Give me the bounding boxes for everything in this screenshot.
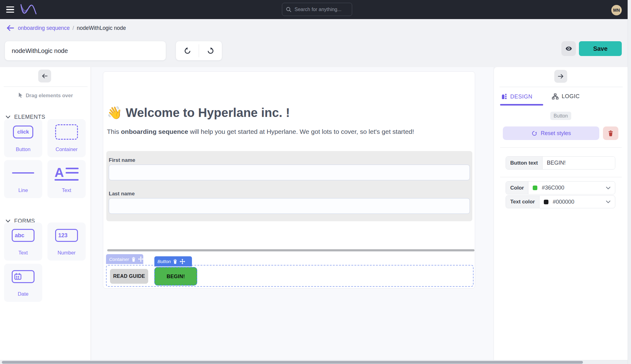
reset-styles-button[interactable]: Reset styles xyxy=(503,126,599,140)
vertical-scrollbar[interactable] xyxy=(628,0,631,364)
button-element-icon: click xyxy=(13,126,33,138)
text-color-swatch xyxy=(544,200,548,204)
sidebar-divider xyxy=(4,86,88,87)
palette-tile-date-input[interactable]: Date xyxy=(4,264,42,302)
text-color-field: Text color #000000 xyxy=(506,195,615,208)
arrow-left-icon xyxy=(42,73,48,79)
date-input-icon xyxy=(12,270,35,283)
move-container-icon[interactable] xyxy=(138,256,144,262)
eye-icon xyxy=(565,45,572,52)
welcome-heading[interactable]: 👋 Welcome to Hyperlane inc. ! xyxy=(107,106,290,120)
color-dropdown[interactable]: #36C000 xyxy=(528,182,615,194)
palette-tile-text[interactable]: A Text xyxy=(47,160,86,198)
active-tab-underline xyxy=(500,104,543,106)
breadcrumb-parent-link[interactable]: onboarding sequence xyxy=(18,25,70,31)
button-text-label: Button text xyxy=(506,157,543,169)
design-brush-icon xyxy=(501,93,507,100)
search-icon xyxy=(286,7,291,12)
breadcrumb-current: nodeWithLogic node xyxy=(77,25,126,31)
text-color-label: Text color xyxy=(506,196,539,208)
button-selection-tag: Button xyxy=(154,256,192,266)
collapse-sidebar-button[interactable] xyxy=(38,70,51,82)
app-root: MN onboarding sequence / nodeWithLogic n… xyxy=(0,0,631,364)
global-search xyxy=(282,3,352,16)
last-name-input[interactable] xyxy=(109,198,470,214)
elements-sidebar: Drag elements over ELEMENTS click Button… xyxy=(0,67,91,364)
top-bar: MN xyxy=(0,0,628,19)
back-arrow-icon[interactable] xyxy=(5,23,15,33)
selected-container-element[interactable]: READ GUIDE BEGIN! xyxy=(106,265,474,287)
svg-text:A: A xyxy=(55,165,64,180)
container-element-icon xyxy=(55,124,78,140)
trash-icon xyxy=(608,130,613,136)
wave-emoji: 👋 xyxy=(107,106,122,119)
text-element-icon: A xyxy=(55,165,79,181)
breadcrumb-separator: / xyxy=(72,25,74,31)
palette-tile-line[interactable]: Line xyxy=(4,160,42,198)
undo-button[interactable] xyxy=(176,41,199,60)
node-title-input[interactable] xyxy=(5,41,166,60)
first-name-label: First name xyxy=(109,157,135,163)
color-swatch xyxy=(533,186,537,190)
horizontal-scrollbar-thumb[interactable] xyxy=(2,361,583,364)
chevron-down-icon xyxy=(6,115,10,119)
save-button[interactable]: Save xyxy=(579,41,622,56)
delete-button-icon[interactable] xyxy=(173,259,177,264)
palette-tile-button[interactable]: click Button xyxy=(4,119,42,157)
app-logo-wave-icon[interactable] xyxy=(18,2,38,18)
button-text-field: Button text xyxy=(506,156,615,170)
redo-icon xyxy=(206,47,215,55)
preview-button[interactable] xyxy=(561,41,576,56)
logic-sitemap-icon xyxy=(552,94,559,100)
line-element[interactable] xyxy=(107,249,474,251)
begin-button-selected[interactable]: BEGIN! xyxy=(154,267,197,286)
undo-redo-group xyxy=(176,41,222,60)
horizontal-scrollbar xyxy=(0,360,628,364)
delete-container-icon[interactable] xyxy=(131,257,136,262)
text-color-dropdown[interactable]: #000000 xyxy=(539,196,615,208)
search-input[interactable] xyxy=(295,7,344,12)
palette-tile-text-input[interactable]: abc Text xyxy=(4,222,42,261)
palette-tile-number-input[interactable]: 123 Number xyxy=(47,222,86,261)
editor-toolbar: Save xyxy=(0,37,628,67)
undo-icon xyxy=(183,47,192,55)
delete-element-button[interactable] xyxy=(603,126,618,140)
first-name-input[interactable] xyxy=(109,165,470,180)
avatar[interactable]: MN xyxy=(611,5,622,15)
chevron-down-icon xyxy=(606,186,611,190)
cursor-icon xyxy=(18,92,23,98)
color-field: Color #36C000 xyxy=(506,181,615,194)
arrow-right-icon xyxy=(558,74,564,79)
inspector-divider xyxy=(500,177,622,177)
collapse-inspector-button[interactable] xyxy=(554,70,567,83)
move-button-icon[interactable] xyxy=(180,259,185,264)
inspector-divider xyxy=(499,87,623,87)
intro-paragraph[interactable]: This onboarding sequence will help you g… xyxy=(107,128,414,135)
button-text-input[interactable] xyxy=(543,157,615,169)
last-name-label: Last name xyxy=(109,191,135,197)
color-label: Color xyxy=(506,182,528,194)
chevron-down-icon xyxy=(606,200,611,203)
line-element-icon xyxy=(12,172,34,174)
palette-tile-container[interactable]: Container xyxy=(47,119,86,157)
selected-element-badge: Button xyxy=(550,112,571,120)
text-input-icon: abc xyxy=(12,229,35,242)
container-selection-tag: Container xyxy=(106,254,143,264)
canvas-area: 👋 Welcome to Hyperlane inc. ! This onboa… xyxy=(91,67,494,360)
name-form-container[interactable]: First name Last name xyxy=(106,151,472,221)
reset-icon xyxy=(531,130,538,137)
tab-logic[interactable]: LOGIC xyxy=(552,93,580,100)
inspector-panel: DESIGN LOGIC Button Reset styles Button … xyxy=(494,67,628,364)
hamburger-menu-icon[interactable] xyxy=(6,5,15,14)
read-guide-button[interactable]: READ GUIDE xyxy=(110,269,148,284)
node-canvas-card: 👋 Welcome to Hyperlane inc. ! This onboa… xyxy=(103,71,475,289)
redo-button[interactable] xyxy=(199,41,222,60)
number-input-icon: 123 xyxy=(55,229,78,242)
breadcrumb: onboarding sequence / nodeWithLogic node xyxy=(0,19,628,37)
drag-hint: Drag elements over xyxy=(0,92,91,98)
inspector-divider xyxy=(500,147,622,148)
tab-design[interactable]: DESIGN xyxy=(501,93,532,100)
